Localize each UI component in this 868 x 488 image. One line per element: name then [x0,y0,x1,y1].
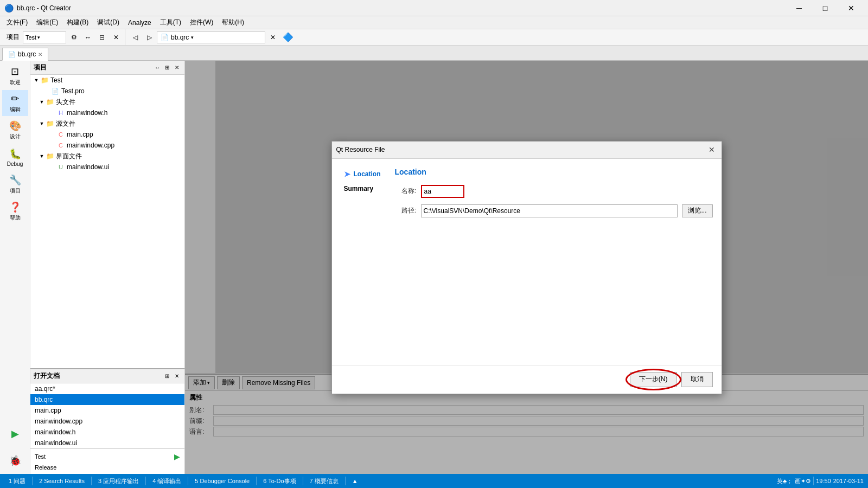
tree-label-testpro: Test.pro [61,87,85,95]
next-btn-wrapper: 下一步(N) [630,372,677,387]
project-dropdown[interactable]: Test ▾ [23,31,66,43]
close-button[interactable]: ✕ [839,0,864,16]
build-run-icon: 🐞 [9,455,21,467]
welcome-icon: ⊡ [11,66,19,78]
dialog-close-button[interactable]: ✕ [706,144,717,155]
open-doc-mainwindow-h[interactable]: mainwindow.h [30,427,184,438]
toolbar-filter-btn[interactable]: ⚙ [67,31,80,44]
open-doc-mainwindow-cpp[interactable]: mainwindow.cpp [30,416,184,427]
tree-item-src-folder[interactable]: ▼ 📁 源文件 [30,118,184,129]
maximize-button[interactable]: □ [813,0,838,16]
project-tree: ▼ 📁 Test ▷ 📄 Test.pro ▼ 📁 头文件 [30,75,184,368]
status-search[interactable]: 2 Search Results [35,474,89,488]
open-doc-bb-qrc[interactable]: bb.qrc [30,394,184,405]
tree-item-testpro[interactable]: ▷ 📄 Test.pro [30,86,184,97]
edit-label: 编辑 [10,106,21,113]
status-app-output[interactable]: 3 应用程序输出 [94,474,143,488]
status-sep-7 [345,477,346,485]
status-problems[interactable]: 1 问题 [4,474,30,488]
tab-close-btn[interactable]: ✕ [266,31,279,44]
tree-label-mainwindow-ui: mainwindow.ui [67,163,109,171]
tab-icon: 📄 [8,51,16,58]
status-expand-btn[interactable]: ▲ [348,474,362,488]
path-form-row: 路径: 浏览... [395,204,713,217]
status-compile[interactable]: 4 编译输出 [148,474,186,488]
toolbar-close-btn[interactable]: ✕ [110,31,123,44]
menu-tools[interactable]: 工具(T) [156,17,186,28]
status-sep-right [813,477,814,485]
nav-debug-btn[interactable]: 🐛 Debug [2,144,28,170]
tree-item-main-cpp[interactable]: ▷ C main.cpp [30,129,184,140]
tree-item-test[interactable]: ▼ 📁 Test [30,75,184,86]
menu-edit[interactable]: 编辑(E) [32,17,62,28]
name-input[interactable] [421,185,464,198]
tree-item-mainwindow-h[interactable]: ▷ H mainwindow.h [30,107,184,118]
file-icon-mwcpp: C [56,141,65,150]
run-btn[interactable]: ▶ [2,421,28,447]
status-sep-1 [32,477,33,485]
tree-label-header-folder: 头文件 [56,98,75,107]
tab-close-icon[interactable]: ✕ [38,52,42,57]
menu-controls[interactable]: 控件(W) [186,17,218,28]
open-doc-mainwindow-ui[interactable]: mainwindow.ui [30,438,184,448]
nav-project-btn[interactable]: 🔧 项目 [2,171,28,197]
status-sep-5 [256,477,257,485]
tree-item-mainwindow-ui[interactable]: ▷ U mainwindow.ui [30,162,184,172]
browse-button[interactable]: 浏览... [682,204,712,217]
status-debugger[interactable]: 5 Debugger Console [190,474,254,488]
menu-build[interactable]: 构建(B) [62,17,93,28]
tree-item-mainwindow-cpp[interactable]: ▷ C mainwindow.cpp [30,140,184,151]
dialog-nav-summary[interactable]: Summary [341,183,395,195]
tree-label-src-folder: 源文件 [56,119,75,129]
nav-edit-btn[interactable]: ✏ 编辑 [2,90,28,116]
minimize-button[interactable]: ─ [787,0,812,16]
tab-bb-qrc[interactable]: 📄 bb.qrc ✕ [2,48,48,61]
nav-help-btn[interactable]: ❓ 帮助 [2,198,28,224]
cancel-button[interactable]: 取消 [681,372,713,387]
status-todo[interactable]: 6 To-Do事项 [259,474,300,488]
open-docs-close-btn[interactable]: ✕ [173,372,181,381]
sidebar-expand-btn[interactable]: ⊞ [163,63,171,72]
menu-file[interactable]: 文件(F) [2,17,32,28]
tree-item-ui-folder[interactable]: ▼ 📁 界面文件 [30,151,184,162]
dialog-nav-location[interactable]: ➤ Location [341,168,395,181]
open-doc-aa-qrc[interactable]: aa.qrc* [30,383,184,394]
dialog-nav-location-label: Location [354,170,381,178]
status-search-label: 2 Search Results [39,478,85,484]
status-problems-label: 1 问题 [9,477,25,485]
nav-forward-btn[interactable]: ▷ [143,31,156,44]
status-date: 2017-03-11 [833,478,864,484]
open-doc-main-cpp[interactable]: main.cpp [30,405,184,416]
nav-welcome-btn[interactable]: ⊡ 欢迎 [2,63,28,89]
tree-arrow-ui: ▼ [38,152,46,160]
path-input[interactable] [421,204,678,217]
menu-bar: 文件(F) 编辑(E) 构建(B) 调试(D) Analyze 工具(T) 控件… [0,16,868,29]
open-docs-panel: 打开文档 ⊞ ✕ aa.qrc* bb.qrc main.cpp mainwin… [30,368,185,474]
menu-debug[interactable]: 调试(D) [93,17,124,28]
menu-analyze[interactable]: Analyze [124,18,156,28]
next-button[interactable]: 下一步(N) [630,372,677,387]
debug-icon: 🐛 [9,148,21,160]
name-label: 名称: [395,187,417,196]
title-bar: 🔵 bb.qrc - Qt Creator ─ □ ✕ [0,0,868,16]
status-sep-6 [303,477,303,485]
sidebar-sync-btn[interactable]: ↔ [153,63,162,72]
status-compile-label: 4 编译输出 [152,477,181,485]
dialog-nav-summary-label: Summary [344,185,374,192]
nav-back-btn[interactable]: ◁ [129,31,142,44]
menu-help[interactable]: 帮助(H) [218,17,248,28]
right-content: Qt Resource File ✕ ➤ Location Summa [185,61,868,474]
folder-icon-ui: 📁 [46,152,54,160]
status-right: 英♣； 画✦⚙ 19:50 2017-03-11 [777,477,864,485]
sidebar-close-btn[interactable]: ✕ [173,63,181,72]
design-icon: 🎨 [9,120,21,132]
tree-item-header-folder[interactable]: ▼ 📁 头文件 [30,97,184,107]
build-run-btn[interactable]: 🐞 [2,448,28,474]
file-icon-h: H [56,108,65,117]
nav-design-btn[interactable]: 🎨 设计 [2,117,28,143]
toolbar-sync-btn[interactable]: ↔ [81,31,94,44]
open-docs-expand-btn[interactable]: ⊞ [163,372,171,381]
status-summary[interactable]: 7 概要信息 [305,474,343,488]
status-time: 19:50 [816,478,831,484]
toolbar-collapse-btn[interactable]: ⊟ [95,31,108,44]
